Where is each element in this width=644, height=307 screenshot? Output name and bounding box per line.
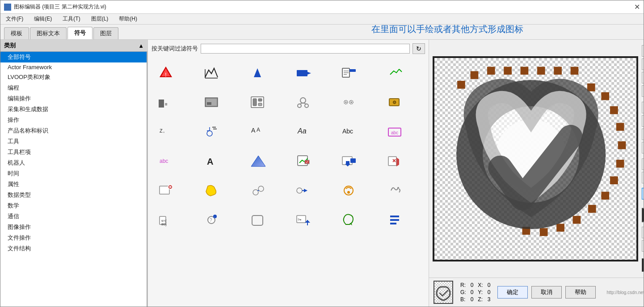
list-item[interactable]: [334, 88, 363, 116]
list-item[interactable]: [289, 58, 317, 87]
list-item[interactable]: AA: [243, 117, 272, 146]
list-item[interactable]: [334, 58, 363, 87]
cat-acquire[interactable]: 采集和生成数据: [0, 104, 147, 115]
svg-rect-12: [349, 69, 356, 72]
cat-time[interactable]: 时间: [0, 168, 147, 179]
cat-edit-op[interactable]: 编辑操作: [0, 93, 147, 104]
cat-product[interactable]: 产品名称和标识: [0, 125, 147, 136]
list-item[interactable]: ⚙: [380, 88, 409, 116]
svg-rect-91: [537, 66, 545, 75]
category-list[interactable]: 全部符号 Actor Framework LVOOP类和对象 编程 编辑操作 采…: [0, 52, 147, 307]
cat-actor[interactable]: Actor Framework: [0, 62, 147, 72]
tab-template[interactable]: 模板: [4, 27, 29, 39]
list-item[interactable]: !: [152, 58, 180, 87]
refresh-button[interactable]: ↻: [412, 43, 425, 54]
list-item[interactable]: A: [197, 147, 226, 175]
select-rect-tool[interactable]: [642, 188, 644, 199]
cat-all[interactable]: 全部符号: [0, 52, 147, 62]
ellipse-outline-tool[interactable]: [642, 129, 644, 140]
list-item[interactable]: [197, 117, 226, 146]
list-item[interactable]: ?≡: [289, 206, 317, 234]
tab-layer[interactable]: 图层: [93, 27, 118, 39]
line-tool[interactable]: [642, 58, 644, 70]
list-item[interactable]: [380, 147, 409, 175]
cat-property[interactable]: 属性: [0, 179, 147, 190]
fill-tool[interactable]: [642, 85, 644, 97]
svg-marker-49: [251, 156, 265, 166]
ellipse-fill-tool[interactable]: [642, 142, 644, 154]
svg-rect-21: [258, 99, 262, 101]
svg-line-13: [399, 69, 402, 72]
list-item[interactable]: [334, 206, 363, 234]
pencil-tool[interactable]: [642, 45, 644, 57]
svg-rect-87: [390, 219, 399, 221]
list-item[interactable]: ≡: [152, 88, 180, 116]
list-item[interactable]: [380, 206, 409, 234]
menu-file[interactable]: 文件(F): [4, 15, 25, 23]
menu-layer[interactable]: 图层(L): [89, 15, 110, 23]
list-item[interactable]: [152, 176, 180, 205]
list-item[interactable]: [243, 176, 272, 205]
eraser-tool[interactable]: [642, 158, 644, 170]
list-item[interactable]: [380, 58, 409, 87]
list-item[interactable]: [197, 176, 226, 205]
cat-fileop[interactable]: 文件操作: [0, 232, 147, 243]
list-item[interactable]: Z°: [152, 117, 180, 146]
list-item[interactable]: [197, 58, 226, 87]
menu-tools[interactable]: 工具(T): [61, 15, 82, 23]
b-value: 0: [471, 296, 474, 303]
main-window: 图标编辑器 (项目三 第二种实现方法.vi) ✕ 文件(F) 编辑(E) 工具(…: [0, 0, 644, 307]
list-item[interactable]: Abc: [334, 117, 363, 146]
cat-tools[interactable]: 工具: [0, 136, 147, 147]
list-item[interactable]: [243, 147, 272, 175]
list-item[interactable]: [289, 88, 317, 116]
cancel-button[interactable]: 取消: [531, 286, 562, 299]
list-item[interactable]: abc: [152, 147, 180, 175]
menu-help[interactable]: 帮助(H): [117, 15, 139, 23]
list-item[interactable]: [289, 176, 317, 205]
ok-button[interactable]: 确定: [497, 286, 528, 299]
help-button[interactable]: 帮助: [565, 286, 596, 299]
list-item[interactable]: [243, 88, 272, 116]
list-item[interactable]: [380, 176, 409, 205]
close-button[interactable]: ✕: [634, 3, 640, 11]
scroll-indicator: ▲: [138, 42, 144, 49]
cat-operate[interactable]: 操作: [0, 115, 147, 125]
text-tool[interactable]: T: [642, 172, 644, 183]
list-item[interactable]: [197, 88, 226, 116]
cat-prog[interactable]: 编程: [0, 83, 147, 93]
cat-lvoop[interactable]: LVOOP类和对象: [0, 72, 147, 83]
tab-icon-text[interactable]: 图标文本: [30, 27, 67, 39]
cat-filestr[interactable]: 文件结构: [0, 243, 147, 254]
icon-canvas[interactable]: [433, 56, 638, 261]
svg-rect-109: [457, 81, 465, 89]
filter-input[interactable]: [201, 44, 410, 54]
cat-robot[interactable]: 机器人: [0, 158, 147, 168]
dropper-tool[interactable]: [642, 72, 644, 83]
list-item[interactable]: abc: [380, 117, 409, 146]
rotate-left-tool[interactable]: [642, 227, 644, 238]
svg-rect-105: [540, 228, 548, 236]
list-item[interactable]: [243, 206, 272, 234]
list-item[interactable]: Aa: [289, 117, 317, 146]
cat-toolbar[interactable]: 工具栏项: [0, 147, 147, 158]
list-item[interactable]: ✓: [289, 147, 317, 175]
rect-outline-tool[interactable]: [642, 102, 644, 113]
rotate-right-tool[interactable]: [642, 240, 644, 252]
cat-datatype[interactable]: 数据类型: [0, 190, 147, 200]
foreground-color[interactable]: [642, 208, 644, 222]
list-item[interactable]: [334, 176, 363, 205]
list-item[interactable]: ?·: [197, 206, 226, 234]
list-item[interactable]: s={80}: [152, 206, 180, 234]
tab-symbol[interactable]: 符号: [67, 27, 93, 39]
menu-edit[interactable]: 编辑(E): [32, 15, 54, 23]
cat-math[interactable]: 数学: [0, 200, 147, 211]
canvas-container: [433, 43, 638, 274]
cat-imgop[interactable]: 图像操作: [0, 222, 147, 232]
list-item[interactable]: [243, 58, 272, 87]
rect-fill-tool[interactable]: [642, 115, 644, 127]
list-item[interactable]: [334, 147, 363, 175]
bw-swatch[interactable]: ↙: [642, 258, 644, 272]
svg-rect-108: [471, 71, 479, 79]
cat-comm[interactable]: 通信: [0, 211, 147, 222]
